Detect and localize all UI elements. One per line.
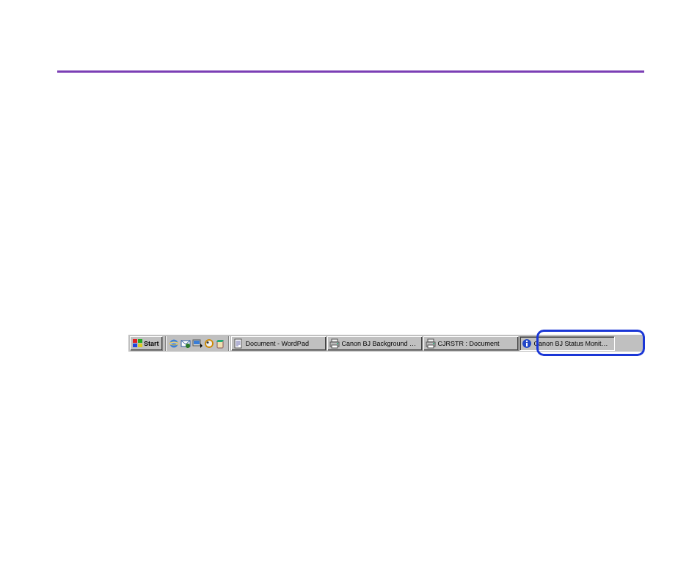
taskbar-separator — [228, 336, 230, 351]
printer-icon — [426, 338, 436, 349]
svg-rect-0 — [133, 339, 137, 343]
task-bj-status-monitor[interactable]: Canon BJ Status Monitor V... — [519, 336, 615, 351]
svg-point-12 — [206, 341, 208, 344]
svg-rect-25 — [428, 345, 434, 348]
svg-rect-19 — [332, 339, 338, 342]
horizontal-divider — [57, 70, 644, 73]
ie-icon[interactable] — [169, 338, 179, 349]
task-cjrstr-document[interactable]: CJRSTR : Document — [423, 336, 519, 351]
task-bj-background[interactable]: Canon BJ Background Mo... — [327, 336, 423, 351]
windows-logo-icon — [133, 338, 143, 349]
document-icon — [233, 338, 244, 349]
svg-point-7 — [186, 344, 190, 348]
svg-rect-23 — [428, 339, 434, 342]
svg-point-11 — [206, 341, 212, 346]
svg-rect-9 — [194, 341, 200, 344]
svg-point-29 — [525, 340, 527, 341]
task-label: Document - WordPad — [246, 340, 309, 347]
printer-icon — [329, 338, 340, 349]
svg-rect-3 — [138, 344, 142, 347]
svg-rect-1 — [138, 339, 142, 343]
task-wordpad[interactable]: Document - WordPad — [231, 336, 327, 351]
svg-rect-21 — [332, 345, 338, 348]
start-button[interactable]: Start — [130, 336, 163, 351]
svg-rect-2 — [133, 344, 137, 347]
agent-icon[interactable] — [216, 338, 226, 349]
taskbar-separator — [165, 336, 167, 351]
task-label: Canon BJ Background Mo... — [342, 340, 420, 347]
task-label: Canon BJ Status Monitor V... — [534, 340, 612, 347]
svg-rect-28 — [526, 343, 528, 346]
channels-icon[interactable] — [204, 338, 214, 349]
start-label: Start — [144, 340, 159, 347]
desktop-icon[interactable] — [192, 338, 203, 349]
info-icon — [522, 338, 532, 349]
windows-taskbar: Start — [128, 334, 644, 352]
svg-point-22 — [337, 343, 338, 344]
svg-point-26 — [433, 343, 434, 344]
outlook-icon[interactable] — [181, 338, 191, 349]
task-label: CJRSTR : Document — [438, 340, 500, 347]
svg-rect-14 — [235, 339, 241, 348]
